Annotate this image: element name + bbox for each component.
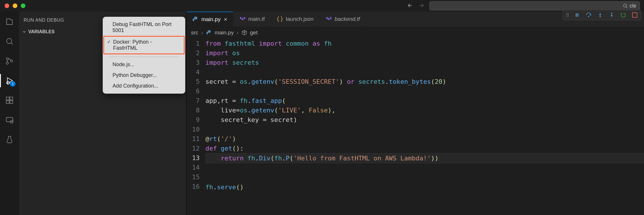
python-icon bbox=[206, 30, 212, 36]
svg-rect-9 bbox=[10, 97, 13, 100]
titlebar: cle bbox=[0, 0, 644, 12]
svg-point-3 bbox=[6, 62, 9, 64]
step-into-icon[interactable] bbox=[597, 12, 603, 18]
breadcrumb-part[interactable]: src bbox=[191, 29, 198, 36]
svg-rect-8 bbox=[10, 101, 13, 103]
breadcrumb-part[interactable]: get bbox=[250, 29, 258, 36]
terraform-icon bbox=[239, 16, 246, 22]
minimize-window[interactable] bbox=[13, 3, 17, 8]
source-control-icon[interactable] bbox=[5, 56, 14, 66]
launch-config-dropdown: Debug FastHTML on Port 5001 Docker: Pyth… bbox=[103, 17, 185, 94]
svg-point-0 bbox=[624, 4, 627, 7]
svg-point-1 bbox=[7, 38, 12, 44]
search-icon bbox=[623, 3, 628, 8]
forward-icon[interactable] bbox=[418, 2, 425, 9]
maximize-window[interactable] bbox=[21, 3, 25, 8]
command-center-search[interactable]: cle bbox=[429, 1, 640, 10]
tab-main-tf[interactable]: main.tf bbox=[233, 12, 271, 27]
close-icon[interactable]: ✕ bbox=[224, 17, 227, 22]
extensions-icon[interactable] bbox=[5, 95, 14, 105]
panel-title: RUN AND DEBUG bbox=[24, 18, 64, 23]
tab-main-py[interactable]: main.py✕ bbox=[186, 12, 233, 27]
svg-point-16 bbox=[600, 16, 601, 17]
stop-icon[interactable] bbox=[632, 12, 638, 18]
svg-point-15 bbox=[588, 16, 589, 17]
code-content[interactable]: from fasthtml import common as fhimport … bbox=[205, 39, 644, 215]
tab-backend-tf[interactable]: backend.tf bbox=[320, 12, 366, 27]
svg-rect-7 bbox=[6, 101, 9, 103]
window-controls bbox=[5, 3, 25, 8]
cube-icon bbox=[242, 30, 247, 36]
variables-label: VARIABLES bbox=[28, 29, 55, 34]
search-input-value: cle bbox=[630, 3, 636, 9]
debug-badge: 1 bbox=[10, 81, 16, 87]
dropdown-item[interactable]: Python Debugger... bbox=[103, 70, 185, 81]
python-icon bbox=[192, 16, 199, 23]
tab-label: main.tf bbox=[248, 16, 265, 22]
activity-bar: 1 bbox=[0, 12, 19, 215]
close-window[interactable] bbox=[5, 3, 9, 8]
svg-rect-13 bbox=[576, 13, 577, 17]
svg-point-4 bbox=[11, 60, 13, 62]
svg-rect-6 bbox=[6, 97, 9, 100]
drag-handle-icon[interactable]: ⠿ bbox=[566, 12, 569, 18]
code-editor[interactable]: 12345678910111213141516 from fasthtml im… bbox=[186, 39, 644, 215]
tab-launch-json[interactable]: launch.json bbox=[271, 12, 320, 27]
remote-icon[interactable] bbox=[5, 115, 14, 125]
editor: main.py✕main.tflaunch.jsonbackend.tf ⠿ bbox=[186, 12, 644, 215]
terraform-icon bbox=[325, 16, 332, 22]
testing-icon[interactable] bbox=[5, 135, 14, 144]
step-out-icon[interactable] bbox=[609, 12, 615, 18]
dropdown-item-selected[interactable]: Docker: Python - FastHTML bbox=[103, 36, 185, 54]
dropdown-item[interactable]: Debug FastHTML on Port 5001 bbox=[103, 19, 185, 36]
json-icon bbox=[277, 16, 283, 22]
svg-rect-10 bbox=[6, 117, 13, 122]
pause-icon[interactable] bbox=[574, 12, 580, 18]
restart-icon[interactable] bbox=[620, 12, 626, 18]
back-icon[interactable] bbox=[407, 2, 413, 9]
svg-point-2 bbox=[6, 58, 9, 60]
step-over-icon[interactable] bbox=[585, 12, 592, 18]
dropdown-item[interactable]: Add Configuration... bbox=[103, 81, 185, 91]
svg-rect-14 bbox=[578, 13, 579, 17]
tab-label: launch.json bbox=[286, 16, 314, 22]
debug-toolbar: ⠿ bbox=[563, 10, 641, 20]
breadcrumb-sep: › bbox=[201, 29, 203, 36]
search-activity-icon[interactable] bbox=[5, 36, 14, 46]
tab-label: main.py bbox=[201, 16, 221, 23]
dropdown-separator bbox=[109, 57, 179, 57]
breadcrumb-sep: › bbox=[237, 29, 238, 36]
history-nav bbox=[407, 2, 425, 9]
line-gutter: 12345678910111213141516 bbox=[189, 39, 205, 215]
breadcrumb[interactable]: src › main.py › get bbox=[186, 27, 644, 39]
run-debug-panel: RUN AND DEBUG ··· VARIABLES Debug FastHT… bbox=[19, 12, 186, 215]
breadcrumb-part[interactable]: main.py bbox=[215, 29, 234, 36]
explorer-icon[interactable] bbox=[5, 17, 14, 27]
dropdown-item[interactable]: Node.js... bbox=[103, 59, 185, 70]
svg-point-17 bbox=[611, 13, 612, 14]
tab-label: backend.tf bbox=[335, 16, 360, 22]
run-and-debug-icon[interactable]: 1 bbox=[5, 76, 14, 86]
chevron-down-icon bbox=[22, 29, 27, 34]
editor-tabs: main.py✕main.tflaunch.jsonbackend.tf ⠿ bbox=[186, 12, 644, 27]
